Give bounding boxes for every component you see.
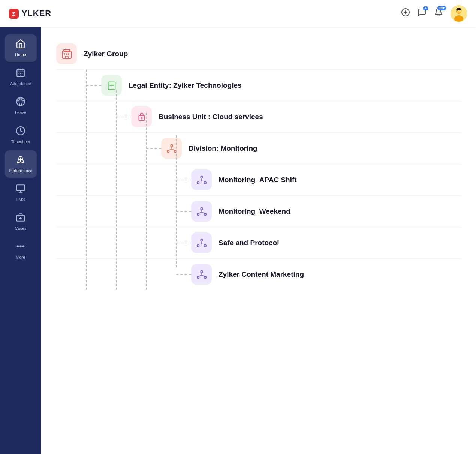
sidebar-label-home: Home	[15, 52, 26, 57]
tree-row-division[interactable]: Division: Monitoring	[56, 133, 461, 164]
chat-button[interactable]: ✦	[418, 8, 427, 19]
svg-point-13	[16, 98, 25, 106]
svg-line-67	[202, 275, 205, 276]
app-header: Z YLKER ✦ 99+	[0, 0, 476, 27]
svg-line-55	[202, 212, 205, 213]
h-connector-4c	[176, 243, 191, 243]
sidebar-label-leave: Leave	[15, 110, 26, 115]
h-connector-2	[116, 117, 131, 117]
node-safe-protocol: Safe and Protocol	[191, 232, 279, 253]
sidebar-label-timesheet: Timesheet	[11, 139, 30, 144]
h-connector-4a	[176, 180, 191, 180]
svg-point-51	[197, 213, 199, 215]
h-connector-1	[86, 85, 101, 86]
sidebar-item-attendance[interactable]: Attendance	[5, 63, 37, 91]
node-business-unit: Business Unit : Cloud services	[131, 106, 263, 127]
node-icon-zylker-group	[56, 43, 77, 64]
logo-letter: Z	[9, 9, 19, 19]
notification-badge: 99+	[437, 6, 446, 10]
svg-line-61	[202, 243, 205, 244]
tree-row-safe-protocol[interactable]: Safe and Protocol	[56, 227, 461, 259]
svg-rect-36	[139, 115, 144, 120]
svg-point-24	[20, 246, 21, 247]
svg-line-43	[172, 149, 175, 150]
h-connector-3	[146, 148, 161, 149]
tree-row-monitoring-weekend[interactable]: Monitoring_Weekend	[56, 196, 461, 227]
svg-point-25	[23, 246, 24, 247]
cases-icon	[16, 213, 25, 224]
tree-row-zylker-group[interactable]: Zylker Group	[56, 38, 461, 70]
attendance-icon	[16, 68, 25, 79]
tree-row-zylker-content[interactable]: Zylker Content Marketing	[56, 259, 461, 290]
svg-point-57	[197, 244, 199, 247]
h-connector-4b	[176, 211, 191, 212]
sidebar-label-more: More	[16, 255, 25, 260]
sidebar-item-more[interactable]: More	[5, 237, 37, 264]
more-icon	[16, 241, 25, 253]
svg-point-45	[197, 181, 199, 184]
add-button[interactable]	[401, 8, 410, 19]
svg-point-56	[201, 239, 203, 241]
lms-icon	[16, 184, 25, 195]
svg-point-63	[197, 276, 199, 278]
node-zylker-group: Zylker Group	[56, 43, 128, 64]
node-icon-division	[161, 138, 182, 159]
logo-area[interactable]: Z YLKER	[9, 9, 51, 19]
svg-point-44	[201, 176, 203, 178]
node-label-monitoring-weekend: Monitoring_Weekend	[219, 207, 290, 216]
svg-point-52	[204, 213, 206, 215]
node-zylker-content: Zylker Content Marketing	[191, 264, 304, 285]
leave-icon	[16, 97, 25, 108]
main-content: Zylker Group	[41, 27, 476, 454]
svg-line-66	[198, 275, 201, 276]
svg-line-48	[198, 180, 201, 181]
tree-row-legal-entity[interactable]: Legal Entity: Zylker Technologies	[56, 70, 461, 101]
svg-point-39	[167, 150, 169, 152]
svg-point-8	[460, 10, 460, 11]
tree-row-business-unit[interactable]: Business Unit : Cloud services	[56, 101, 461, 133]
node-legal-entity: Legal Entity: Zylker Technologies	[101, 75, 242, 96]
svg-point-58	[204, 244, 206, 247]
user-avatar[interactable]	[451, 5, 467, 22]
sidebar-item-timesheet[interactable]: Timesheet	[5, 121, 37, 149]
node-label-legal-entity: Legal Entity: Zylker Technologies	[129, 81, 242, 90]
svg-line-42	[168, 149, 171, 150]
node-icon-business-unit	[131, 106, 152, 127]
svg-point-50	[201, 207, 203, 210]
h-connector-4d	[176, 274, 191, 275]
sidebar-item-performance[interactable]: Performance	[5, 150, 37, 178]
notification-button[interactable]: 99+	[434, 8, 443, 19]
node-icon-zylker-content	[191, 264, 212, 285]
svg-point-37	[141, 117, 142, 118]
svg-line-54	[198, 212, 201, 213]
node-monitoring-apac: Monitoring_APAC Shift	[191, 169, 297, 190]
home-icon	[16, 39, 25, 50]
sidebar-label-lms: LMS	[16, 197, 25, 202]
svg-point-46	[204, 181, 206, 184]
node-label-division: Division: Monitoring	[189, 144, 257, 153]
svg-line-60	[198, 243, 201, 244]
node-label-safe-protocol: Safe and Protocol	[219, 239, 279, 247]
sidebar-item-home[interactable]: Home	[5, 34, 37, 62]
header-actions: ✦ 99+	[401, 5, 467, 22]
sidebar-item-lms[interactable]: LMS	[5, 179, 37, 207]
sidebar-item-cases[interactable]: Cases	[5, 208, 37, 235]
svg-rect-17	[16, 185, 25, 190]
timesheet-icon	[16, 126, 25, 137]
sidebar-item-leave[interactable]: Leave	[5, 92, 37, 120]
tree-row-monitoring-apac[interactable]: Monitoring_APAC Shift	[56, 164, 461, 196]
org-tree: Zylker Group	[56, 38, 461, 290]
node-label-business-unit: Business Unit : Cloud services	[159, 113, 263, 121]
app-body: Home Attendance	[0, 27, 476, 454]
logo-name: YLKER	[22, 9, 52, 18]
node-label-monitoring-apac: Monitoring_APAC Shift	[219, 176, 297, 184]
svg-point-7	[457, 10, 458, 11]
svg-rect-9	[17, 70, 24, 77]
svg-point-23	[17, 246, 18, 247]
svg-rect-32	[108, 82, 115, 90]
node-icon-legal-entity	[101, 75, 122, 96]
sidebar-label-performance: Performance	[9, 168, 33, 173]
node-label-zylker-content: Zylker Content Marketing	[219, 270, 304, 279]
node-icon-safe-protocol	[191, 232, 212, 253]
node-monitoring-weekend: Monitoring_Weekend	[191, 201, 290, 222]
